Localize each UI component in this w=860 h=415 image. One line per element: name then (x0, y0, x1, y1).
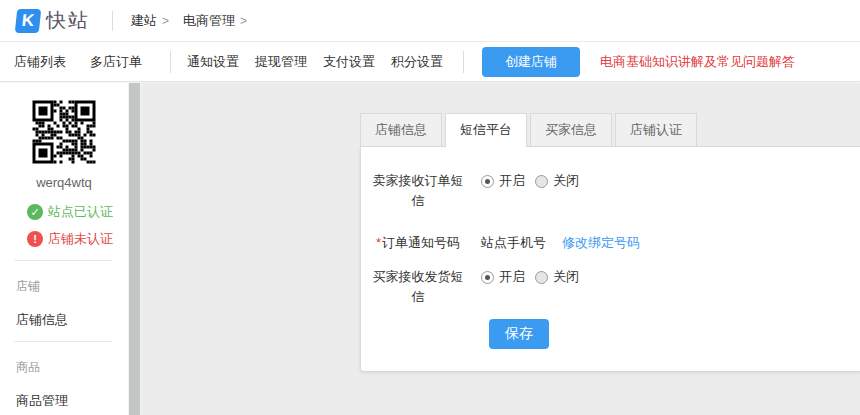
header-divider (112, 11, 113, 31)
tab-shop-certification[interactable]: 店铺认证 (615, 113, 697, 146)
create-shop-button[interactable]: 创建店铺 (482, 47, 580, 77)
qr-caption: werq4wtq (0, 175, 128, 190)
sidebar-divider (14, 341, 112, 342)
radio-option-off[interactable]: 关闭 (535, 267, 579, 287)
notify-number-value: 站点手机号 (481, 233, 546, 253)
nav-item-shop-list[interactable]: 店铺列表 (14, 53, 66, 71)
sidebar-item-shop-info[interactable]: 店铺信息 (0, 311, 128, 329)
breadcrumb-ecommerce-management[interactable]: 电商管理> (183, 12, 247, 30)
chevron-right-icon: > (162, 14, 169, 28)
ecommerce-help-link[interactable]: 电商基础知识讲解及常见问题解答 (600, 53, 795, 71)
badge-label: 店铺未认证 (48, 230, 113, 248)
nav-item-notification-settings[interactable]: 通知设置 (187, 53, 239, 71)
sidebar-section-shop: 店铺 (0, 278, 128, 295)
kuaizhan-logo-icon: K (15, 9, 42, 33)
badge-label: 站点已认证 (48, 203, 113, 221)
breadcrumb-label: 电商管理 (183, 13, 235, 28)
settings-panel: 店铺信息 短信平台 买家信息 店铺认证 卖家接收订单短信 开启 (360, 113, 860, 372)
radio-group-buyer-sms: 开启 关闭 (481, 267, 589, 307)
sidebar-item-goods-management[interactable]: 商品管理 (0, 392, 128, 410)
nav-divider (463, 51, 464, 73)
radio-label: 开启 (499, 267, 525, 287)
header: K 快站 建站> 电商管理> (0, 0, 860, 42)
radio-option-on[interactable]: 开启 (481, 171, 525, 191)
exclamation-circle-icon: ! (27, 231, 43, 247)
field-label: 卖家接收订单短信 (369, 171, 467, 211)
shop-uncertified-badge: ! 店铺未认证 (27, 230, 128, 248)
required-asterisk: * (376, 235, 381, 250)
sidebar-scrollbar-thumb[interactable] (129, 83, 140, 415)
certification-badges: ✓ 站点已认证 ! 店铺未认证 (0, 203, 128, 248)
sidebar-section-goods: 商品 (0, 359, 128, 376)
radio-label: 开启 (499, 171, 525, 191)
field-label: 买家接收发货短信 (369, 267, 467, 307)
tab-buyer-info[interactable]: 买家信息 (530, 113, 612, 146)
sidebar: werq4wtq ✓ 站点已认证 ! 店铺未认证 店铺 店铺信息 商品 商品管理… (0, 83, 128, 415)
site-certified-badge: ✓ 站点已认证 (27, 203, 128, 221)
radio-group-seller-sms: 开启 关闭 (481, 171, 589, 211)
radio-option-off[interactable]: 关闭 (535, 171, 579, 191)
field-label: *订单通知号码 (369, 233, 467, 253)
radio-icon[interactable] (535, 271, 548, 284)
notify-number-value-wrap: 站点手机号 修改绑定号码 (481, 233, 640, 253)
radio-icon[interactable] (535, 175, 548, 188)
radio-label: 关闭 (553, 267, 579, 287)
nav-item-payment-settings[interactable]: 支付设置 (323, 53, 375, 71)
sidebar-scrollbar[interactable] (128, 83, 141, 415)
breadcrumb-site-builder[interactable]: 建站> (131, 12, 169, 30)
tab-shop-info[interactable]: 店铺信息 (360, 113, 442, 146)
form-row-notify-number: *订单通知号码 站点手机号 修改绑定号码 (369, 233, 860, 253)
ecommerce-admin-page: K 快站 建站> 电商管理> 店铺列表 多店订单 通知设置 提现管理 支付设置 … (0, 0, 860, 415)
qr-code (30, 98, 98, 166)
nav-item-points-settings[interactable]: 积分设置 (391, 53, 443, 71)
breadcrumb-label: 建站 (131, 13, 157, 28)
radio-icon[interactable] (481, 271, 494, 284)
check-circle-icon: ✓ (27, 204, 43, 220)
save-button[interactable]: 保存 (489, 319, 549, 349)
kuaizhan-logo[interactable]: K 快站 (16, 7, 90, 34)
tab-bar: 店铺信息 短信平台 买家信息 店铺认证 (360, 113, 860, 147)
change-bound-number-link[interactable]: 修改绑定号码 (562, 233, 640, 253)
main-content: 店铺信息 短信平台 买家信息 店铺认证 卖家接收订单短信 开启 (141, 83, 860, 415)
sidebar-divider (14, 260, 112, 261)
nav-item-withdrawal-management[interactable]: 提现管理 (255, 53, 307, 71)
sms-platform-panel: 卖家接收订单短信 开启 关闭 (360, 147, 860, 372)
form-row-seller-sms: 卖家接收订单短信 开启 关闭 (369, 147, 860, 211)
chevron-right-icon: > (240, 14, 247, 28)
form-row-buyer-sms: 买家接收发货短信 开启 关闭 (369, 267, 860, 307)
tab-sms-platform[interactable]: 短信平台 (445, 113, 527, 147)
kuaizhan-logo-text: 快站 (46, 7, 90, 34)
radio-label: 关闭 (553, 171, 579, 191)
radio-option-on[interactable]: 开启 (481, 267, 525, 287)
secondary-navbar: 店铺列表 多店订单 通知设置 提现管理 支付设置 积分设置 创建店铺 电商基础知… (0, 43, 860, 82)
nav-item-multi-store-orders[interactable]: 多店订单 (90, 53, 142, 71)
radio-icon[interactable] (481, 175, 494, 188)
nav-divider (170, 51, 171, 73)
